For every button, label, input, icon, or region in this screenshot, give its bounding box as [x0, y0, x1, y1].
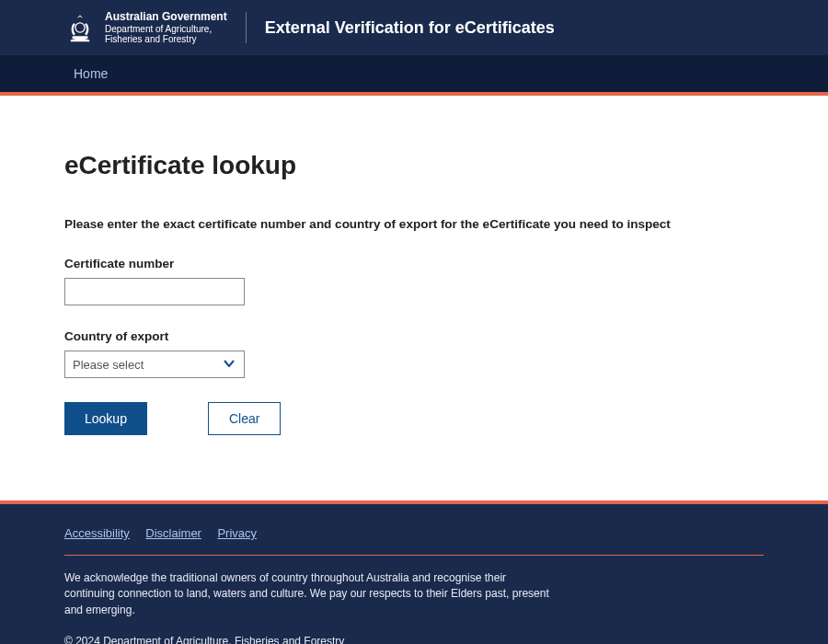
certificate-field: Certificate number — [64, 257, 764, 305]
svg-point-0 — [75, 23, 85, 32]
app-title: External Verification for eCertificates — [265, 18, 555, 38]
gov-logo: Australian Government Department of Agri… — [64, 11, 227, 43]
gov-line1: Australian Government — [105, 11, 227, 23]
navbar: Home — [0, 55, 828, 92]
clear-button[interactable]: Clear — [208, 402, 281, 435]
country-select[interactable]: Please select — [64, 351, 245, 378]
crest-icon — [64, 12, 96, 43]
footer-divider — [64, 555, 764, 556]
site-footer: Accessibility Disclaimer Privacy We ackn… — [0, 504, 828, 644]
svg-rect-1 — [73, 36, 88, 39]
gov-line3: Fisheries and Forestry — [105, 34, 227, 44]
page-heading: eCertificate lookup — [64, 151, 764, 180]
country-field: Country of export Please select — [64, 329, 764, 378]
nav-home[interactable]: Home — [74, 66, 108, 81]
footer-link-accessibility[interactable]: Accessibility — [64, 526, 130, 540]
gov-line2: Department of Agriculture, — [105, 24, 227, 34]
certificate-input[interactable] — [64, 278, 245, 305]
footer-link-disclaimer[interactable]: Disclaimer — [145, 526, 201, 540]
certificate-label: Certificate number — [64, 257, 764, 270]
country-selected-value: Please select — [73, 358, 144, 372]
gov-logo-text: Australian Government Department of Agri… — [105, 11, 227, 43]
main-content: eCertificate lookup Please enter the exa… — [0, 96, 828, 500]
lookup-button[interactable]: Lookup — [64, 402, 147, 435]
footer-link-privacy[interactable]: Privacy — [217, 526, 257, 540]
site-header: Australian Government Department of Agri… — [0, 0, 828, 55]
header-divider — [246, 12, 247, 43]
footer-links: Accessibility Disclaimer Privacy — [64, 526, 764, 540]
instructions: Please enter the exact certificate numbe… — [64, 217, 764, 231]
acknowledgement: We acknowledge the traditional owners of… — [64, 570, 552, 618]
button-row: Lookup Clear — [64, 402, 764, 435]
copyright: © 2024 Department of Agriculture, Fisher… — [64, 635, 764, 644]
country-label: Country of export — [64, 329, 764, 343]
